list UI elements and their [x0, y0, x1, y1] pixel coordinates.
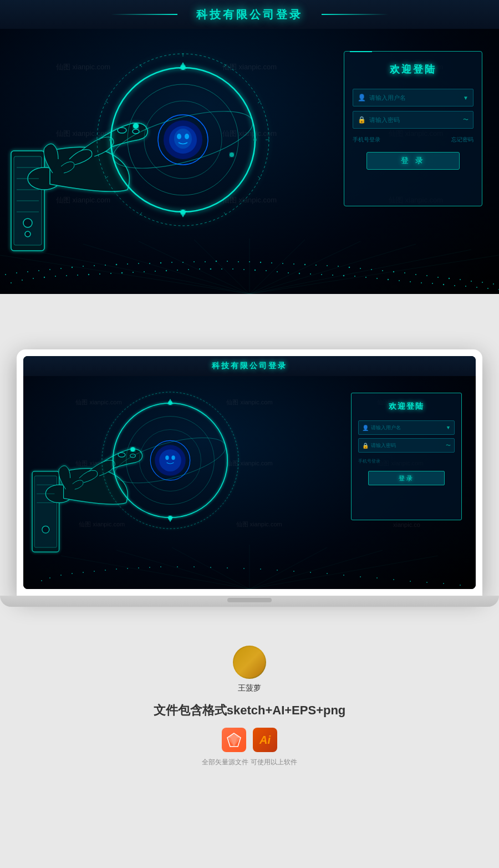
svg-point-32	[365, 277, 366, 278]
svg-point-40	[454, 285, 455, 286]
svg-point-27	[310, 273, 311, 275]
svg-point-33	[376, 278, 378, 279]
svg-point-73	[315, 265, 317, 266]
svg-line-136	[258, 176, 261, 179]
file-formats-text: 文件包含格式sketch+AI+EPS+png	[154, 702, 346, 719]
svg-point-62	[194, 261, 195, 262]
username-placeholder: 请输入用户名	[369, 94, 463, 102]
svg-point-9	[110, 273, 111, 274]
banner-title: 科技有限公司登录	[196, 7, 303, 22]
svg-point-28	[321, 274, 322, 275]
author-section: 王菠萝 文件包含格式sketch+AI+EPS+png Ai 全部矢量源文件 可…	[0, 629, 499, 789]
phone-login-link[interactable]: 手机号登录	[353, 136, 380, 144]
svg-point-29	[332, 275, 333, 276]
login-links: 手机号登录 忘记密码	[344, 133, 482, 146]
svg-point-20	[232, 268, 233, 270]
svg-point-31	[354, 276, 355, 277]
svg-point-81	[404, 272, 405, 273]
svg-point-25	[288, 272, 289, 273]
screen-login-button[interactable]: 登录	[368, 471, 445, 485]
svg-line-96	[249, 241, 360, 294]
svg-point-129	[109, 138, 113, 141]
svg-marker-130	[179, 62, 187, 69]
svg-point-63	[205, 261, 206, 262]
lock-icon: 🔒	[358, 116, 366, 124]
svg-point-2	[33, 278, 34, 279]
svg-point-197	[171, 455, 175, 460]
svg-line-100	[249, 255, 499, 294]
svg-point-74	[327, 265, 328, 266]
svg-point-19	[221, 268, 222, 270]
screen-main: 仙图 xianpic.com 仙图 xianpic.com 仙图 xianpic…	[23, 376, 476, 589]
sketch-icon	[222, 728, 246, 752]
svg-point-43	[487, 288, 488, 289]
svg-line-179	[249, 556, 438, 589]
svg-point-156	[194, 566, 195, 567]
screen-login-links: 手机号登录	[352, 456, 461, 466]
svg-point-172	[460, 585, 461, 586]
screen-password-field[interactable]: 🔒 请输入密码 〜	[358, 438, 455, 453]
svg-point-36	[410, 281, 411, 282]
svg-line-98	[249, 250, 471, 294]
svg-point-128	[253, 138, 257, 141]
svg-line-177	[249, 547, 327, 589]
screen-login-panel: 欢迎登陆 👤 请输入用户名 ▼ 🔒 请输入密码 〜 手机号登录	[351, 393, 462, 520]
svg-point-21	[243, 269, 245, 270]
svg-point-7	[88, 274, 89, 275]
sketch-logo	[226, 732, 242, 748]
svg-point-125	[230, 153, 234, 157]
laptop-section: 科技有限公司登录 仙图 xianpic.com 仙图 xianpic.com 仙…	[0, 349, 499, 629]
svg-point-1	[22, 280, 23, 281]
svg-point-159	[243, 568, 245, 569]
svg-point-70	[282, 263, 283, 264]
svg-point-39	[443, 284, 444, 285]
laptop-wrapper: 科技有限公司登录 仙图 xianpic.com 仙图 xianpic.com 仙…	[17, 349, 482, 607]
svg-point-72	[304, 264, 305, 265]
svg-line-178	[249, 550, 383, 589]
svg-line-175	[172, 547, 249, 589]
laptop-frame: 科技有限公司登录 仙图 xianpic.com 仙图 xianpic.com 仙…	[17, 349, 482, 596]
svg-point-170	[426, 582, 427, 583]
screen-username-placeholder: 请输入用户名	[371, 424, 446, 432]
svg-point-112	[25, 231, 30, 237]
svg-line-134	[258, 101, 261, 103]
svg-point-124	[133, 123, 139, 129]
svg-point-66	[238, 261, 239, 262]
username-field[interactable]: 👤 请输入用户名 ▼	[353, 89, 473, 106]
svg-point-71	[293, 263, 294, 265]
svg-point-88	[482, 282, 483, 283]
svg-point-24	[277, 271, 278, 272]
svg-marker-131	[179, 211, 187, 217]
svg-point-122	[185, 134, 189, 139]
svg-point-84	[437, 277, 439, 278]
screen-orbital	[95, 384, 245, 545]
svg-point-144	[49, 577, 50, 578]
svg-line-137	[224, 212, 226, 215]
user-icon: 👤	[358, 94, 366, 101]
svg-point-158	[227, 567, 228, 568]
svg-point-171	[443, 583, 444, 584]
screen-phone-login[interactable]: 手机号登录	[358, 458, 380, 464]
screen-password-placeholder: 请输入密码	[371, 442, 446, 449]
screen-lock-icon: 🔒	[362, 443, 369, 449]
svg-point-157	[210, 567, 211, 568]
separator	[0, 294, 499, 349]
screen-username-field[interactable]: 👤 请输入用户名 ▼	[358, 420, 455, 435]
login-button[interactable]: 登 录	[366, 152, 460, 170]
svg-point-145	[60, 575, 62, 576]
password-field[interactable]: 🔒 请输入密码 〜	[353, 111, 473, 129]
format-icons: Ai	[222, 728, 277, 752]
svg-line-93	[194, 240, 249, 294]
svg-marker-202	[167, 399, 173, 404]
top-banner: 科技有限公司登录 仙图 xianpic.com 仙图 xianpic.com 仙…	[0, 0, 499, 294]
svg-point-22	[254, 270, 256, 271]
svg-point-0	[11, 282, 12, 283]
svg-point-68	[260, 262, 261, 263]
password-placeholder: 请输入密码	[369, 116, 463, 124]
author-avatar	[233, 646, 266, 679]
laptop-screen: 科技有限公司登录 仙图 xianpic.com 仙图 xianpic.com 仙…	[23, 356, 476, 589]
svg-point-5	[66, 275, 67, 276]
screen-user-icon: 👤	[362, 425, 369, 431]
forgot-link[interactable]: 忘记密码	[451, 136, 473, 144]
svg-point-120	[174, 129, 192, 149]
